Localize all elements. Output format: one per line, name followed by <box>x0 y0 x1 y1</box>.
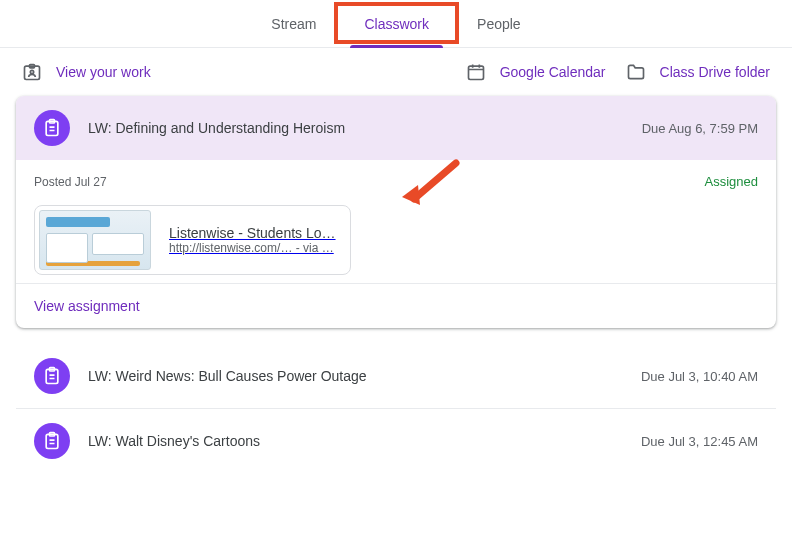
tab-people[interactable]: People <box>453 0 545 48</box>
classwork-toolbar: View your work Google Calendar Class Dri… <box>0 48 792 96</box>
svg-point-2 <box>30 70 33 73</box>
assignment-row[interactable]: LW: Weird News: Bull Causes Power Outage… <box>16 344 776 408</box>
class-drive-folder-link[interactable]: Class Drive folder <box>626 62 770 82</box>
view-your-work-link[interactable]: View your work <box>22 62 151 82</box>
tab-classwork[interactable]: Classwork <box>340 0 453 48</box>
view-assignment-link[interactable]: View assignment <box>34 298 140 314</box>
assignment-title: LW: Walt Disney's Cartoons <box>88 433 623 449</box>
assignment-icon <box>34 423 70 459</box>
assignment-icon <box>34 110 70 146</box>
assignment-due: Due Jul 3, 10:40 AM <box>641 369 758 384</box>
posted-label: Posted Jul 27 <box>34 175 107 189</box>
tab-stream[interactable]: Stream <box>247 0 340 48</box>
id-badge-icon <box>22 62 42 82</box>
assignment-list: LW: Weird News: Bull Causes Power Outage… <box>16 344 776 473</box>
folder-icon <box>626 62 646 82</box>
google-calendar-label: Google Calendar <box>500 64 606 80</box>
tab-bar: Stream Classwork People <box>0 0 792 48</box>
class-drive-folder-label: Class Drive folder <box>660 64 770 80</box>
assignment-title: LW: Defining and Understanding Heroism <box>88 120 624 136</box>
assignment-header[interactable]: LW: Defining and Understanding Heroism D… <box>16 96 776 160</box>
assignment-row[interactable]: LW: Walt Disney's Cartoons Due Jul 3, 12… <box>16 408 776 473</box>
google-calendar-link[interactable]: Google Calendar <box>466 62 606 82</box>
attachment-title: Listenwise - Students Lo… <box>169 225 336 241</box>
attachment-subtitle: http://listenwise.com/… - via … <box>169 241 336 255</box>
status-badge: Assigned <box>705 174 758 189</box>
calendar-icon <box>466 62 486 82</box>
assignment-icon <box>34 358 70 394</box>
assignment-due: Due Jul 3, 12:45 AM <box>641 434 758 449</box>
attachment-thumbnail <box>39 210 151 270</box>
svg-rect-3 <box>468 66 483 79</box>
assignment-due: Due Aug 6, 7:59 PM <box>642 121 758 136</box>
view-your-work-label: View your work <box>56 64 151 80</box>
attachment-card[interactable]: Listenwise - Students Lo… http://listenw… <box>34 205 351 275</box>
assignment-title: LW: Weird News: Bull Causes Power Outage <box>88 368 623 384</box>
assignment-card-expanded: LW: Defining and Understanding Heroism D… <box>16 96 776 328</box>
